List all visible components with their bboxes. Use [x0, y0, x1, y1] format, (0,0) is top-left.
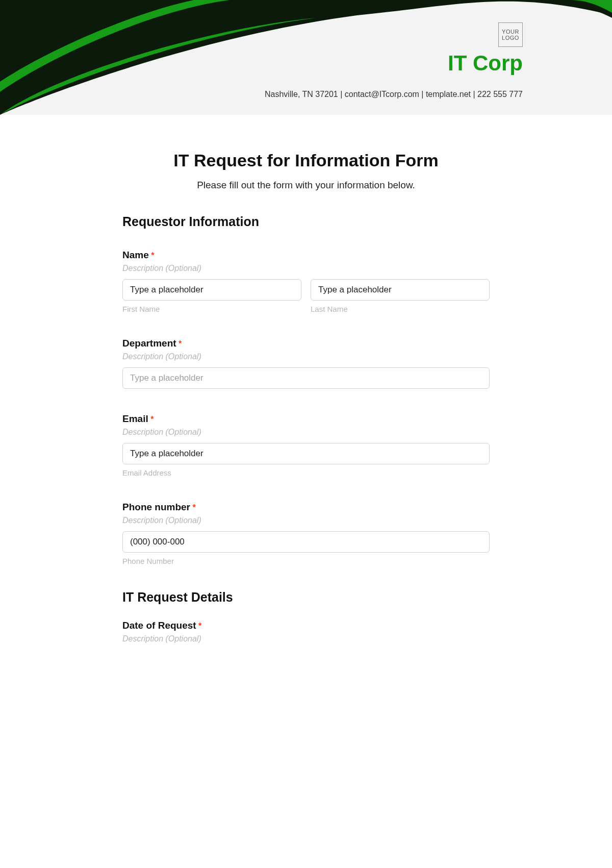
department-desc: Description (Optional) [122, 352, 490, 361]
email-label: Email [122, 413, 148, 424]
field-date: Date of Request * Description (Optional) [122, 620, 490, 643]
form-title: IT Request for Information Form [122, 151, 490, 170]
phone-label: Phone number [122, 502, 190, 512]
required-mark: * [150, 415, 154, 424]
required-mark: * [151, 251, 154, 260]
phone-input[interactable] [122, 531, 490, 553]
field-department: Department * Description (Optional) [122, 338, 490, 389]
section-details-heading: IT Request Details [122, 590, 490, 605]
date-desc: Description (Optional) [122, 634, 490, 643]
required-mark: * [192, 503, 195, 512]
logo-text: YOUR LOGO [499, 29, 522, 41]
name-desc: Description (Optional) [122, 264, 490, 273]
contact-line: Nashville, TN 37201 | contact@ITcorp.com… [265, 90, 523, 99]
required-mark: * [198, 622, 201, 630]
last-name-input[interactable] [311, 279, 490, 301]
required-mark: * [178, 339, 182, 348]
first-name-input[interactable] [122, 279, 301, 301]
section-requestor-heading: Requestor Information [122, 214, 490, 229]
email-sublabel: Email Address [122, 468, 490, 477]
email-input[interactable] [122, 443, 490, 464]
company-name: IT Corp [448, 51, 523, 76]
department-input[interactable] [122, 367, 490, 389]
logo-placeholder: YOUR LOGO [498, 22, 523, 47]
form-container: IT Request for Information Form Please f… [122, 151, 490, 670]
phone-sublabel: Phone Number [122, 557, 490, 565]
email-desc: Description (Optional) [122, 428, 490, 437]
phone-desc: Description (Optional) [122, 516, 490, 525]
page-header: YOUR LOGO IT Corp Nashville, TN 37201 | … [0, 0, 612, 115]
field-phone: Phone number * Description (Optional) Ph… [122, 502, 490, 565]
name-label: Name [122, 250, 149, 260]
date-label: Date of Request [122, 620, 196, 631]
department-label: Department [122, 338, 176, 349]
field-name: Name * Description (Optional) First Name… [122, 250, 490, 313]
last-name-sublabel: Last Name [311, 305, 490, 313]
form-subtitle: Please fill out the form with your infor… [122, 180, 490, 191]
first-name-sublabel: First Name [122, 305, 301, 313]
field-email: Email * Description (Optional) Email Add… [122, 413, 490, 477]
